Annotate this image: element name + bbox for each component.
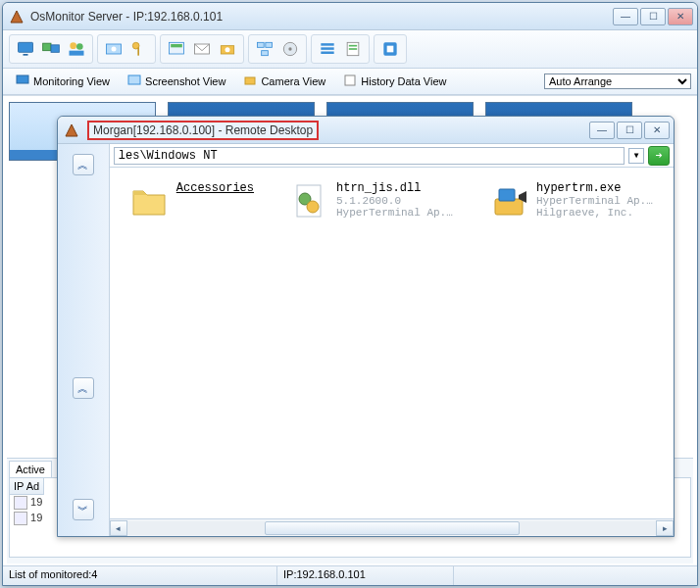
rd-titlebar: Morgan[192.168.0.100] - Remote Desktop —… xyxy=(58,117,674,144)
remote-desktop-window: Morgan[192.168.0.100] - Remote Desktop —… xyxy=(57,116,675,537)
scroll-right-button[interactable]: ▸ xyxy=(656,520,674,536)
svg-rect-28 xyxy=(387,46,394,53)
history-small-icon xyxy=(343,74,357,89)
file-item-exe[interactable]: hypertrm.exe HyperTerminal Ap... Hilgrae… xyxy=(489,181,654,220)
svg-point-15 xyxy=(225,47,230,52)
list-icon[interactable] xyxy=(316,37,339,61)
scroll-track[interactable] xyxy=(127,521,656,535)
file-name: htrn_jis.dll xyxy=(336,181,454,195)
grid-header-ip[interactable]: IP Ad xyxy=(10,478,44,495)
svg-point-20 xyxy=(288,47,291,50)
rd-sidebar: ︽ ︽ ︾ xyxy=(58,144,110,536)
network-icon[interactable] xyxy=(253,37,276,61)
screenshot-icon[interactable] xyxy=(102,37,125,61)
svg-rect-6 xyxy=(70,51,84,56)
tab-history[interactable]: History Data View xyxy=(336,71,453,92)
rd-title: Morgan[192.168.0.100] - Remote Desktop xyxy=(87,121,319,140)
svg-point-35 xyxy=(307,201,319,213)
svg-rect-23 xyxy=(321,52,333,55)
tab-monitoring[interactable]: Monitoring View xyxy=(9,71,117,92)
path-dropdown-button[interactable]: ▾ xyxy=(628,148,644,164)
disc-icon[interactable] xyxy=(278,37,302,61)
main-titlebar: OsMonitor Server - IP:192.168.0.101 — ☐ … xyxy=(3,3,697,30)
svg-rect-29 xyxy=(17,75,28,83)
file-item-folder[interactable]: Accessories xyxy=(129,181,254,220)
tab-camera-label: Camera View xyxy=(261,75,325,87)
status-ip: IP:192.168.0.101 xyxy=(277,566,454,585)
mail-icon[interactable] xyxy=(190,37,214,61)
monitor-small-icon xyxy=(16,74,29,89)
camera-icon[interactable] xyxy=(216,37,239,61)
screenshot-small-icon xyxy=(127,74,141,89)
rd-body: ︽ ︽ ︾ les\Windows NT ▾ ➔ xyxy=(58,144,674,536)
svg-rect-10 xyxy=(137,47,139,55)
go-button[interactable]: ➔ xyxy=(648,146,670,166)
svg-point-8 xyxy=(112,47,117,52)
scroll-thumb[interactable] xyxy=(265,521,520,535)
svg-rect-25 xyxy=(349,45,357,47)
file-name: Accessories xyxy=(176,181,254,195)
path-text: les\Windows NT xyxy=(119,149,218,163)
svg-rect-18 xyxy=(262,51,269,56)
status-monitored: List of monitored:4 xyxy=(3,566,277,585)
key-icon[interactable] xyxy=(127,37,151,61)
rd-hscrollbar[interactable]: ◂ ▸ xyxy=(110,518,674,536)
svg-rect-21 xyxy=(321,43,333,46)
dual-monitor-icon[interactable] xyxy=(39,37,63,61)
settings-icon[interactable] xyxy=(378,37,402,61)
screen-icon[interactable] xyxy=(165,37,188,61)
grid-cell: 19 xyxy=(30,512,42,523)
tab-history-label: History Data View xyxy=(361,75,446,87)
bottom-tab-active[interactable]: Active xyxy=(9,461,52,477)
rd-files: Accessories htrn_jis.dll 5.1.2600.0 Hype… xyxy=(110,168,674,518)
rd-minimize-button[interactable]: — xyxy=(589,122,615,139)
rd-main: les\Windows NT ▾ ➔ Accessories xyxy=(110,144,674,536)
svg-rect-22 xyxy=(321,47,333,50)
main-toolbar xyxy=(3,30,697,69)
svg-point-4 xyxy=(70,42,76,49)
svg-rect-16 xyxy=(258,42,265,47)
section-up-button[interactable]: ︽ xyxy=(73,377,94,399)
close-button[interactable]: ✕ xyxy=(668,8,693,25)
pc-icon xyxy=(14,512,27,525)
svg-rect-3 xyxy=(51,45,59,53)
users-icon[interactable] xyxy=(65,37,88,61)
arrange-select[interactable]: Auto Arrange xyxy=(544,74,691,89)
camera-small-icon xyxy=(243,74,257,89)
svg-rect-30 xyxy=(128,75,140,84)
tab-camera[interactable]: Camera View xyxy=(236,71,332,92)
rd-close-button[interactable]: ✕ xyxy=(644,122,670,139)
svg-rect-12 xyxy=(171,44,182,47)
rd-maximize-button[interactable]: ☐ xyxy=(617,122,642,139)
dll-icon xyxy=(289,181,328,220)
app-icon xyxy=(9,9,25,24)
exe-icon xyxy=(489,181,528,220)
rd-pathbar: les\Windows NT ▾ ➔ xyxy=(110,144,674,168)
svg-rect-32 xyxy=(345,75,355,85)
maximize-button[interactable]: ☐ xyxy=(640,8,666,25)
rd-app-icon xyxy=(64,122,79,138)
section-down-button[interactable]: ︾ xyxy=(73,499,94,520)
pc-icon xyxy=(14,496,27,510)
file-company: Hilgraeve, Inc. xyxy=(536,207,654,219)
tab-screenshot-label: Screenshot View xyxy=(145,75,225,87)
path-input[interactable]: les\Windows NT xyxy=(114,147,625,165)
collapse-up-button[interactable]: ︽ xyxy=(73,154,94,175)
monitor-icon[interactable] xyxy=(14,37,37,61)
file-description: HyperTerminal Ap... xyxy=(336,207,454,219)
svg-rect-26 xyxy=(349,48,357,50)
tab-screenshot[interactable]: Screenshot View xyxy=(121,71,232,92)
scroll-left-button[interactable]: ◂ xyxy=(110,520,127,536)
svg-rect-37 xyxy=(499,189,515,201)
tab-monitoring-label: Monitoring View xyxy=(33,75,110,87)
grid-cell: 19 xyxy=(30,496,42,508)
report-icon[interactable] xyxy=(341,37,365,61)
svg-rect-31 xyxy=(245,77,255,84)
minimize-button[interactable]: — xyxy=(613,8,638,25)
svg-rect-2 xyxy=(43,43,51,51)
view-tabs: Monitoring View Screenshot View Camera V… xyxy=(3,69,697,95)
file-version: 5.1.2600.0 xyxy=(336,195,454,207)
file-item-dll[interactable]: htrn_jis.dll 5.1.2600.0 HyperTerminal Ap… xyxy=(289,181,454,220)
svg-point-5 xyxy=(76,43,83,50)
svg-rect-1 xyxy=(24,54,28,56)
